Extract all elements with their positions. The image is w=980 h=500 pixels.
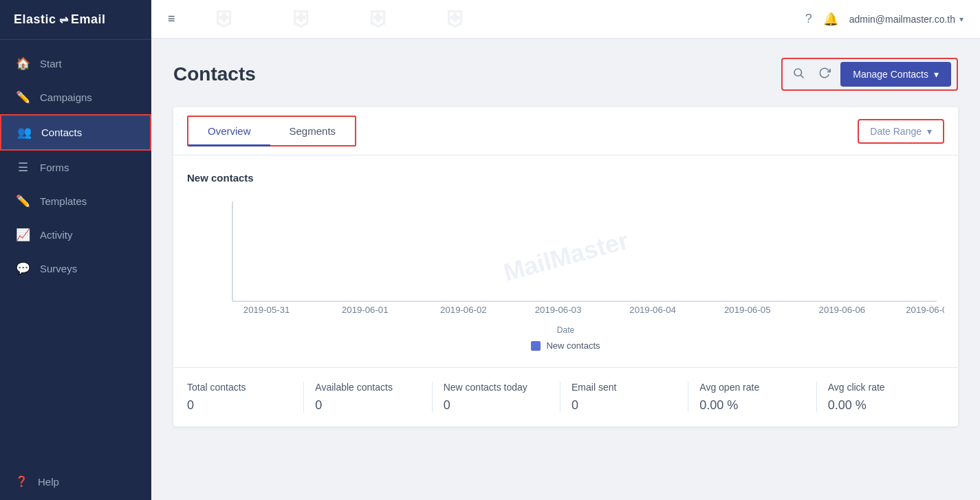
header-actions-box: Manage Contacts ▾ [781,58,958,91]
svg-text:2019-06-04: 2019-06-04 [629,306,676,315]
chart-title: New contacts [187,172,944,184]
sidebar-help-label: Help [38,476,59,488]
tabs-row: Overview Segments Date Range ▾ [173,107,958,155]
sidebar-item-label: Surveys [40,263,77,274]
sidebar-help[interactable]: ❓ Help [0,463,151,500]
chart-section: New contacts 2019-05-31 2019-06-01 2019-… [173,155,958,368]
help-icon: ❓ [15,475,28,488]
home-icon: 🏠 [15,56,30,71]
main-area: ≡ ⛨ ⛨ ⛨ ⛨ ? 🔔 admin@mailmaster.co.th ▾ C… [151,0,980,500]
templates-icon: ✏️ [15,194,30,208]
chart-x-label: Date [187,325,944,335]
manage-chevron-icon: ▾ [934,69,939,80]
sidebar-item-templates[interactable]: ✏️ Templates [0,184,151,218]
forms-icon: ☰ [15,160,30,175]
stat-label: Avg click rate [828,382,933,393]
help-circle-icon[interactable]: ? [805,12,812,26]
contacts-icon: 👥 [17,125,32,140]
stat-value: 0 [315,398,420,413]
sidebar: Elastic ⇌ Email 🏠 Start ✏️ Campaigns 👥 C… [0,0,151,500]
stat-value: 0 [571,398,677,413]
sidebar-item-surveys[interactable]: 💬 Surveys [0,252,151,285]
svg-text:2019-06-03: 2019-06-03 [535,306,582,315]
stats-row: Total contacts 0 Available contacts 0 Ne… [173,368,958,426]
stat-item: Total contacts 0 [187,382,304,413]
stat-label: Email sent [571,382,677,393]
tab-overview[interactable]: Overview [188,117,270,145]
logo-text: Elastic [14,12,56,27]
contacts-card: Overview Segments Date Range ▾ New conta… [173,107,958,426]
stat-label: Avg open rate [699,382,805,393]
sidebar-item-start[interactable]: 🏠 Start [0,47,151,80]
stat-item: Email sent 0 [560,382,688,413]
sidebar-item-label: Templates [40,195,87,207]
stat-item: New contacts today 0 [433,382,560,413]
hamburger-icon[interactable]: ≡ [168,12,175,26]
stat-value: 0 [444,398,549,413]
refresh-button[interactable] [814,64,835,85]
svg-line-1 [801,75,804,78]
svg-point-0 [794,69,802,76]
stat-item: Available contacts 0 [304,382,432,413]
stat-item: Avg open rate 0.00 % [688,382,816,413]
sidebar-item-forms[interactable]: ☰ Forms [0,151,151,184]
sidebar-item-label: Activity [40,229,73,241]
notification-bell-icon[interactable]: 🔔 [823,12,838,27]
activity-icon: 📈 [15,228,30,242]
sidebar-item-label: Forms [40,162,69,173]
topbar: ≡ ⛨ ⛨ ⛨ ⛨ ? 🔔 admin@mailmaster.co.th ▾ [151,0,980,39]
sidebar-item-label: Contacts [41,127,82,138]
stat-label: Available contacts [315,382,420,393]
tab-segments[interactable]: Segments [270,117,356,145]
campaigns-icon: ✏️ [15,90,30,105]
sidebar-logo: Elastic ⇌ Email [0,0,151,40]
stat-label: Total contacts [187,382,292,393]
chart-svg: 2019-05-31 2019-06-01 2019-06-02 2019-06… [187,195,944,318]
sidebar-item-campaigns[interactable]: ✏️ Campaigns [0,80,151,114]
manage-contacts-button[interactable]: Manage Contacts ▾ [840,62,951,87]
date-range-label: Date Range [870,126,922,137]
svg-text:2019-06-05: 2019-06-05 [724,306,771,315]
sidebar-nav: 🏠 Start ✏️ Campaigns 👥 Contacts ☰ Forms … [0,40,151,463]
user-chevron-icon: ▾ [959,14,963,24]
tabs-container: Overview Segments [187,116,356,146]
stat-label: New contacts today [444,382,549,393]
date-range-chevron-icon: ▾ [927,126,932,137]
user-email: admin@mailmaster.co.th [849,14,955,25]
sidebar-item-label: Campaigns [40,91,92,103]
topbar-user[interactable]: admin@mailmaster.co.th ▾ [849,14,963,25]
search-button[interactable] [788,64,809,85]
sidebar-item-contacts[interactable]: 👥 Contacts [0,114,151,151]
svg-text:2019-06-06: 2019-06-06 [819,306,866,315]
sidebar-item-label: Start [40,58,62,69]
legend-label: New contacts [546,340,600,351]
page-title: Contacts [173,63,256,85]
topbar-left: ≡ ⛨ ⛨ ⛨ ⛨ [168,6,467,32]
chart-container: 2019-05-31 2019-06-01 2019-06-02 2019-06… [187,195,944,318]
svg-text:2019-06-02: 2019-06-02 [440,306,487,315]
header-actions: Manage Contacts ▾ [781,58,958,91]
legend-dot [531,341,541,351]
stat-value: 0.00 % [828,398,933,413]
sidebar-item-activity[interactable]: 📈 Activity [0,218,151,252]
logo-arrows: ⇌ [59,13,69,26]
manage-contacts-label: Manage Contacts [853,69,928,80]
svg-text:2019-05-31: 2019-05-31 [243,306,290,315]
page-content: Contacts Manage Contacts [151,39,980,500]
date-range-box: Date Range ▾ [858,119,944,144]
stat-value: 0.00 % [699,398,805,413]
topbar-right: ? 🔔 admin@mailmaster.co.th ▾ [805,12,963,27]
stat-item: Avg click rate 0.00 % [817,382,944,413]
svg-text:2019-06-07: 2019-06-07 [906,306,944,315]
surveys-icon: 💬 [15,261,30,276]
page-header: Contacts Manage Contacts [173,58,958,91]
date-range-button[interactable]: Date Range ▾ [859,120,943,142]
svg-text:2019-06-01: 2019-06-01 [342,306,389,315]
chart-legend: New contacts [187,340,944,351]
logo-email: Email [71,12,106,27]
stat-value: 0 [187,398,292,413]
